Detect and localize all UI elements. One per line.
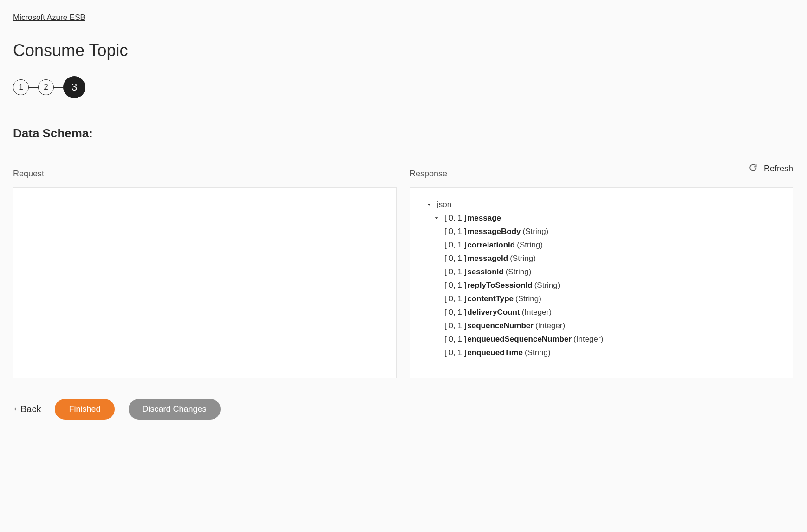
back-button[interactable]: Back	[13, 404, 41, 415]
tree-cardinality: [ 0, 1 ]	[444, 227, 466, 235]
section-label: Data Schema:	[13, 126, 793, 141]
response-panel: json [ 0, 1 ] message [ 0, 1 ] messageBo…	[410, 187, 793, 378]
request-label: Request	[13, 169, 397, 179]
tree-node-field[interactable]: [ 0, 1 ] enqueuedSequenceNumber (Integer…	[421, 332, 783, 346]
step-connector	[29, 87, 38, 88]
tree-field-type: (String)	[510, 254, 536, 262]
chevron-down-icon	[426, 201, 432, 208]
tree-cardinality: [ 0, 1 ]	[444, 322, 466, 330]
finished-button[interactable]: Finished	[55, 399, 114, 420]
page-title: Consume Topic	[13, 41, 793, 60]
step-2[interactable]: 2	[38, 79, 54, 95]
tree-field-name: deliveryCount	[467, 308, 520, 316]
request-panel	[13, 187, 397, 378]
tree-field-name: sessionId	[467, 268, 503, 276]
tree-node-root[interactable]: json	[421, 198, 783, 211]
response-tree: json [ 0, 1 ] message [ 0, 1 ] messageBo…	[410, 188, 793, 359]
tree-node-field[interactable]: [ 0, 1 ] sequenceNumber (Integer)	[421, 319, 783, 332]
tree-field-name: messageId	[467, 254, 508, 262]
tree-cardinality: [ 0, 1 ]	[444, 214, 466, 222]
discard-changes-button[interactable]: Discard Changes	[129, 399, 221, 420]
tree-field-name: enqueuedSequenceNumber	[467, 335, 572, 343]
chevron-down-icon	[433, 215, 440, 221]
tree-field-name: replyToSessionId	[467, 281, 532, 289]
tree-node-field[interactable]: [ 0, 1 ] messageId (String)	[421, 252, 783, 265]
tree-node-field[interactable]: [ 0, 1 ] contentType (String)	[421, 292, 783, 305]
tree-node-field[interactable]: [ 0, 1 ] correlationId (String)	[421, 238, 783, 252]
tree-field-type: (String)	[517, 241, 543, 249]
tree-field-type: (String)	[523, 227, 549, 235]
breadcrumb-link[interactable]: Microsoft Azure ESB	[13, 13, 85, 22]
tree-cardinality: [ 0, 1 ]	[444, 308, 466, 316]
tree-node-field[interactable]: [ 0, 1 ] sessionId (String)	[421, 265, 783, 279]
back-label: Back	[20, 404, 41, 415]
chevron-left-icon	[13, 404, 18, 415]
tree-node-field[interactable]: [ 0, 1 ] deliveryCount (Integer)	[421, 305, 783, 319]
response-label: Response	[410, 169, 793, 179]
tree-cardinality: [ 0, 1 ]	[444, 281, 466, 289]
tree-cardinality: [ 0, 1 ]	[444, 241, 466, 249]
tree-cardinality: [ 0, 1 ]	[444, 335, 466, 343]
tree-field-type: (String)	[534, 281, 560, 289]
step-connector	[54, 87, 63, 88]
tree-cardinality: [ 0, 1 ]	[444, 349, 466, 357]
tree-cardinality: [ 0, 1 ]	[444, 295, 466, 303]
tree-node-field[interactable]: [ 0, 1 ] enqueuedTime (String)	[421, 346, 783, 359]
tree-field-type: (Integer)	[573, 335, 603, 343]
tree-node-message[interactable]: [ 0, 1 ] message	[421, 211, 783, 225]
tree-field-name: contentType	[467, 295, 514, 303]
tree-node-field[interactable]: [ 0, 1 ] replyToSessionId (String)	[421, 279, 783, 292]
tree-cardinality: [ 0, 1 ]	[444, 268, 466, 276]
step-3[interactable]: 3	[63, 76, 85, 98]
tree-root-label: json	[437, 201, 451, 208]
tree-field-type: (Integer)	[535, 322, 565, 330]
tree-cardinality: [ 0, 1 ]	[444, 254, 466, 262]
tree-node-field[interactable]: [ 0, 1 ] messageBody (String)	[421, 225, 783, 238]
step-1[interactable]: 1	[13, 79, 29, 95]
tree-field-type: (String)	[506, 268, 532, 276]
tree-field-name: message	[467, 214, 501, 222]
tree-field-name: sequenceNumber	[467, 322, 534, 330]
tree-field-type: (String)	[525, 349, 551, 357]
tree-field-name: correlationId	[467, 241, 515, 249]
tree-field-type: (Integer)	[522, 308, 552, 316]
stepper: 1 2 3	[13, 76, 793, 98]
tree-field-name: enqueuedTime	[467, 349, 523, 357]
tree-field-type: (String)	[515, 295, 541, 303]
tree-field-name: messageBody	[467, 227, 521, 235]
